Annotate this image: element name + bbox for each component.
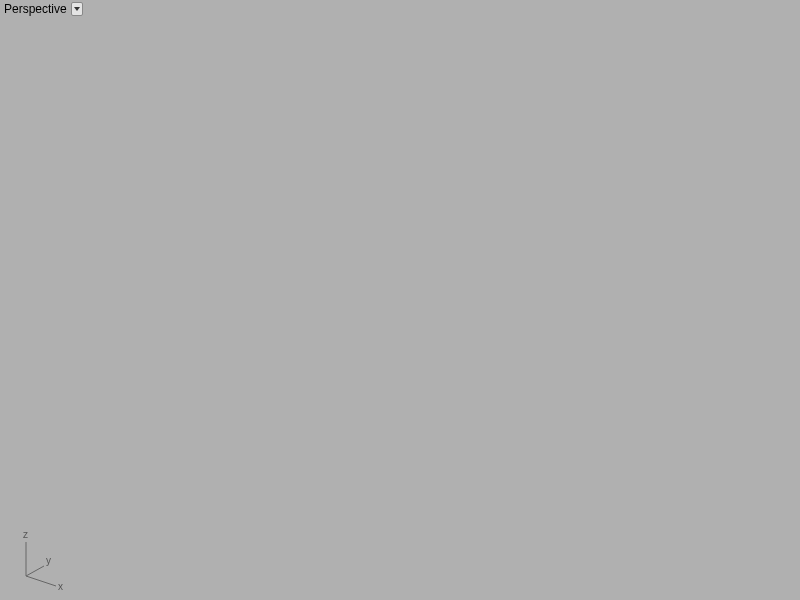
perspective-viewport[interactable]: Perspective zxy	[0, 0, 800, 600]
viewport-3d-scene[interactable]	[0, 0, 800, 600]
chevron-down-icon[interactable]	[71, 2, 83, 16]
viewport-label-text: Perspective	[2, 2, 71, 16]
viewport-label-dropdown[interactable]: Perspective	[2, 2, 83, 16]
